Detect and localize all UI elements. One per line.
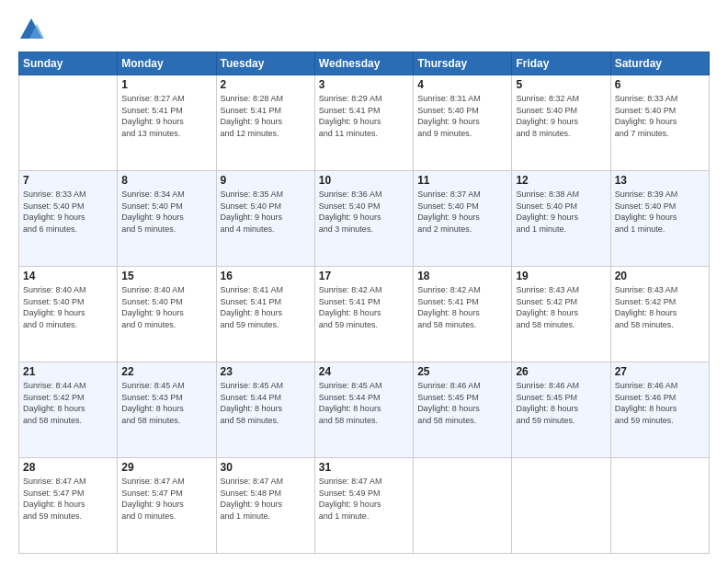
calendar-cell: 8Sunrise: 8:34 AM Sunset: 5:40 PM Daylig… (118, 171, 216, 267)
calendar-cell: 19Sunrise: 8:43 AM Sunset: 5:42 PM Dayli… (512, 267, 610, 362)
day-number: 17 (319, 270, 409, 282)
calendar-cell: 17Sunrise: 8:42 AM Sunset: 5:41 PM Dayli… (314, 267, 413, 362)
day-number: 10 (319, 174, 409, 187)
day-info: Sunrise: 8:35 AM Sunset: 5:40 PM Dayligh… (221, 189, 311, 235)
day-number: 6 (615, 78, 705, 91)
day-number: 11 (417, 174, 507, 187)
day-info: Sunrise: 8:43 AM Sunset: 5:42 PM Dayligh… (615, 284, 705, 330)
day-info: Sunrise: 8:43 AM Sunset: 5:42 PM Dayligh… (516, 284, 606, 330)
day-number: 3 (319, 78, 409, 91)
calendar-cell: 7Sunrise: 8:33 AM Sunset: 5:40 PM Daylig… (19, 171, 118, 267)
calendar-week-1: 1Sunrise: 8:27 AM Sunset: 5:41 PM Daylig… (19, 75, 710, 171)
calendar-cell: 11Sunrise: 8:37 AM Sunset: 5:40 PM Dayli… (414, 171, 512, 267)
day-number: 24 (319, 365, 409, 378)
day-number: 23 (221, 365, 311, 378)
day-header-tuesday: Tuesday (216, 52, 314, 75)
day-header-thursday: Thursday (414, 52, 512, 75)
day-info: Sunrise: 8:47 AM Sunset: 5:48 PM Dayligh… (221, 476, 311, 522)
day-info: Sunrise: 8:42 AM Sunset: 5:41 PM Dayligh… (417, 284, 507, 330)
day-info: Sunrise: 8:41 AM Sunset: 5:41 PM Dayligh… (221, 284, 311, 330)
header (18, 17, 710, 42)
day-info: Sunrise: 8:44 AM Sunset: 5:42 PM Dayligh… (23, 380, 113, 426)
day-header-friday: Friday (512, 52, 610, 75)
day-info: Sunrise: 8:28 AM Sunset: 5:41 PM Dayligh… (221, 93, 311, 139)
day-number: 20 (615, 270, 705, 282)
day-header-saturday: Saturday (610, 52, 709, 75)
day-number: 19 (516, 270, 606, 282)
day-number: 31 (319, 461, 409, 474)
day-number: 9 (221, 174, 311, 187)
day-number: 1 (121, 78, 211, 91)
calendar-week-5: 28Sunrise: 8:47 AM Sunset: 5:47 PM Dayli… (19, 458, 710, 554)
day-number: 4 (417, 78, 507, 91)
day-header-wednesday: Wednesday (314, 52, 413, 75)
logo-icon (18, 17, 44, 42)
day-info: Sunrise: 8:31 AM Sunset: 5:40 PM Dayligh… (417, 93, 507, 139)
day-header-sunday: Sunday (19, 52, 118, 75)
day-info: Sunrise: 8:45 AM Sunset: 5:43 PM Dayligh… (121, 380, 211, 426)
day-number: 22 (121, 365, 211, 378)
day-info: Sunrise: 8:47 AM Sunset: 5:47 PM Dayligh… (23, 476, 113, 522)
calendar-cell: 27Sunrise: 8:46 AM Sunset: 5:46 PM Dayli… (610, 362, 709, 458)
day-info: Sunrise: 8:36 AM Sunset: 5:40 PM Dayligh… (319, 189, 409, 235)
day-info: Sunrise: 8:33 AM Sunset: 5:40 PM Dayligh… (23, 189, 113, 235)
calendar-cell: 3Sunrise: 8:29 AM Sunset: 5:41 PM Daylig… (314, 75, 413, 171)
calendar-week-4: 21Sunrise: 8:44 AM Sunset: 5:42 PM Dayli… (19, 362, 710, 458)
day-info: Sunrise: 8:46 AM Sunset: 5:45 PM Dayligh… (516, 380, 606, 426)
calendar-cell: 6Sunrise: 8:33 AM Sunset: 5:40 PM Daylig… (610, 75, 709, 171)
calendar-cell (512, 458, 610, 554)
day-info: Sunrise: 8:38 AM Sunset: 5:40 PM Dayligh… (516, 189, 606, 235)
calendar-table: SundayMondayTuesdayWednesdayThursdayFrid… (18, 52, 710, 554)
day-number: 7 (23, 174, 113, 187)
day-info: Sunrise: 8:40 AM Sunset: 5:40 PM Dayligh… (121, 284, 211, 330)
calendar-cell: 10Sunrise: 8:36 AM Sunset: 5:40 PM Dayli… (314, 171, 413, 267)
day-number: 5 (516, 78, 606, 91)
calendar-cell: 30Sunrise: 8:47 AM Sunset: 5:48 PM Dayli… (216, 458, 314, 554)
day-number: 21 (23, 365, 113, 378)
day-number: 15 (121, 270, 211, 282)
day-number: 28 (23, 461, 113, 474)
calendar-cell: 18Sunrise: 8:42 AM Sunset: 5:41 PM Dayli… (414, 267, 512, 362)
day-number: 30 (221, 461, 311, 474)
day-info: Sunrise: 8:27 AM Sunset: 5:41 PM Dayligh… (121, 93, 211, 139)
calendar-cell: 28Sunrise: 8:47 AM Sunset: 5:47 PM Dayli… (19, 458, 118, 554)
day-number: 25 (417, 365, 507, 378)
calendar-cell: 1Sunrise: 8:27 AM Sunset: 5:41 PM Daylig… (118, 75, 216, 171)
day-number: 13 (615, 174, 705, 187)
calendar-cell: 13Sunrise: 8:39 AM Sunset: 5:40 PM Dayli… (610, 171, 709, 267)
day-header-monday: Monday (118, 52, 216, 75)
day-info: Sunrise: 8:29 AM Sunset: 5:41 PM Dayligh… (319, 93, 409, 139)
day-number: 16 (221, 270, 311, 282)
day-info: Sunrise: 8:45 AM Sunset: 5:44 PM Dayligh… (319, 380, 409, 426)
calendar-cell: 15Sunrise: 8:40 AM Sunset: 5:40 PM Dayli… (118, 267, 216, 362)
day-info: Sunrise: 8:47 AM Sunset: 5:47 PM Dayligh… (121, 476, 211, 522)
day-info: Sunrise: 8:37 AM Sunset: 5:40 PM Dayligh… (417, 189, 507, 235)
day-info: Sunrise: 8:40 AM Sunset: 5:40 PM Dayligh… (23, 284, 113, 330)
day-info: Sunrise: 8:47 AM Sunset: 5:49 PM Dayligh… (319, 476, 409, 522)
calendar-cell: 20Sunrise: 8:43 AM Sunset: 5:42 PM Dayli… (610, 267, 709, 362)
calendar-cell: 23Sunrise: 8:45 AM Sunset: 5:44 PM Dayli… (216, 362, 314, 458)
calendar-cell: 4Sunrise: 8:31 AM Sunset: 5:40 PM Daylig… (414, 75, 512, 171)
day-info: Sunrise: 8:33 AM Sunset: 5:40 PM Dayligh… (615, 93, 705, 139)
calendar-cell (414, 458, 512, 554)
calendar-cell: 29Sunrise: 8:47 AM Sunset: 5:47 PM Dayli… (118, 458, 216, 554)
calendar-cell: 12Sunrise: 8:38 AM Sunset: 5:40 PM Dayli… (512, 171, 610, 267)
calendar-cell: 9Sunrise: 8:35 AM Sunset: 5:40 PM Daylig… (216, 171, 314, 267)
day-number: 26 (516, 365, 606, 378)
calendar-cell: 25Sunrise: 8:46 AM Sunset: 5:45 PM Dayli… (414, 362, 512, 458)
calendar-cell: 2Sunrise: 8:28 AM Sunset: 5:41 PM Daylig… (216, 75, 314, 171)
calendar-cell: 22Sunrise: 8:45 AM Sunset: 5:43 PM Dayli… (118, 362, 216, 458)
calendar-cell: 14Sunrise: 8:40 AM Sunset: 5:40 PM Dayli… (19, 267, 118, 362)
calendar-cell: 31Sunrise: 8:47 AM Sunset: 5:49 PM Dayli… (314, 458, 413, 554)
calendar-cell: 16Sunrise: 8:41 AM Sunset: 5:41 PM Dayli… (216, 267, 314, 362)
day-info: Sunrise: 8:45 AM Sunset: 5:44 PM Dayligh… (221, 380, 311, 426)
logo (18, 17, 48, 42)
day-number: 27 (615, 365, 705, 378)
day-info: Sunrise: 8:46 AM Sunset: 5:45 PM Dayligh… (417, 380, 507, 426)
day-number: 14 (23, 270, 113, 282)
day-number: 2 (221, 78, 311, 91)
day-number: 18 (417, 270, 507, 282)
day-info: Sunrise: 8:32 AM Sunset: 5:40 PM Dayligh… (516, 93, 606, 139)
calendar-week-2: 7Sunrise: 8:33 AM Sunset: 5:40 PM Daylig… (19, 171, 710, 267)
calendar-cell (610, 458, 709, 554)
